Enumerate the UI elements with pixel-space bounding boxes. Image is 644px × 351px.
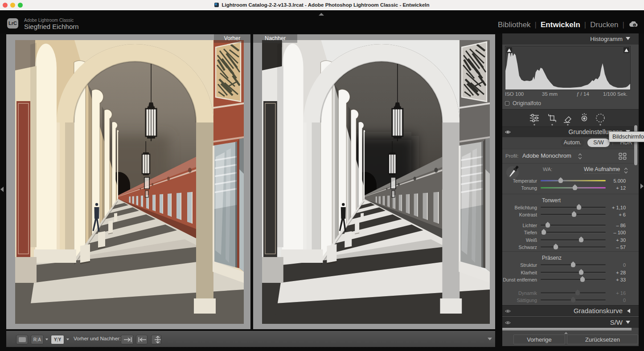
svg-text:o: o: [634, 24, 636, 27]
